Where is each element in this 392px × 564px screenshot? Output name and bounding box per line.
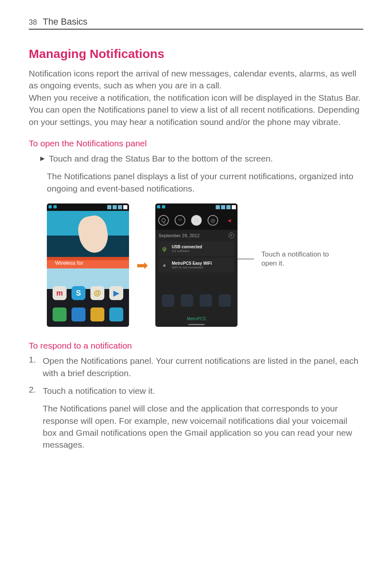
notification-title: MetroPCS Easy WiFi bbox=[172, 261, 212, 266]
arrow-icon: ➡ bbox=[136, 257, 148, 273]
step-text: Touch a notification to view it. bbox=[43, 385, 155, 397]
background-dock bbox=[159, 292, 234, 309]
dock-phone-icon bbox=[53, 307, 67, 321]
clear-all-icon: ✕ bbox=[228, 233, 234, 238]
chapter-title: The Basics bbox=[43, 16, 88, 27]
notification-subtitle: LG software bbox=[172, 249, 202, 253]
page-header: 38 The Basics bbox=[29, 16, 363, 30]
bullet-text: Touch and drag the Status Bar to the bot… bbox=[49, 153, 273, 164]
respond-followup: The Notifications panel will close and t… bbox=[29, 402, 363, 451]
wifi-off-icon: ● bbox=[160, 261, 168, 269]
list-number: 1. bbox=[29, 355, 39, 379]
notification-item: ● MetroPCS Easy WiFi WiFi is not connect… bbox=[159, 258, 234, 273]
wireless-banner: Wireless for bbox=[47, 257, 129, 268]
list-number: 2. bbox=[29, 385, 39, 397]
figure-phone-home: Wireless for m S @ ▶ bbox=[47, 203, 129, 327]
subheading-respond: To respond to a notification bbox=[29, 341, 363, 351]
notification-title: USB connected bbox=[172, 245, 202, 249]
bullet-item: ▶ Touch and drag the Status Bar to the b… bbox=[29, 153, 363, 164]
dock-messaging-icon bbox=[90, 307, 104, 321]
carrier-label: MetroPCS bbox=[155, 317, 238, 321]
app-icon: @ bbox=[90, 286, 104, 300]
callout-line bbox=[238, 259, 254, 259]
dock-row bbox=[50, 305, 126, 324]
step-text: Open the Notifications panel. Your curre… bbox=[43, 355, 363, 379]
app-icon: ▶ bbox=[109, 286, 123, 300]
ordered-list-item: 2. Touch a notification to view it. bbox=[29, 385, 363, 397]
subheading-open-panel: To open the Notifications panel bbox=[29, 139, 363, 148]
app-icon: m bbox=[53, 286, 67, 300]
figure-row: Wireless for m S @ ▶ ➡ Q bbox=[29, 203, 363, 327]
notification-item: ψ USB connected LG software bbox=[159, 241, 234, 256]
dock-contacts-icon bbox=[71, 307, 85, 321]
status-bar bbox=[47, 203, 129, 211]
usb-icon: ψ bbox=[160, 245, 168, 253]
sound-icon: ◄ bbox=[224, 215, 235, 226]
bullet-marker-icon: ▶ bbox=[40, 153, 45, 164]
app-icon: S bbox=[71, 286, 85, 300]
section-title: Managing Notifications bbox=[29, 47, 363, 61]
open-panel-followup: The Notifications panel displays a list … bbox=[29, 170, 363, 194]
notification-date: September 29, 2012 bbox=[159, 233, 200, 238]
wifi-icon: ⌔ bbox=[175, 215, 185, 226]
app-icon-row: m S @ ▶ bbox=[50, 284, 126, 302]
intro-paragraph: Notification icons report the arrival of… bbox=[29, 67, 363, 128]
gps-icon: ◎ bbox=[208, 215, 218, 226]
quick-setting-icon: Q bbox=[158, 215, 169, 226]
notification-subtitle: WiFi is not connected bbox=[172, 266, 212, 269]
page-number: 38 bbox=[29, 18, 37, 27]
ordered-list-item: 1. Open the Notifications panel. Your cu… bbox=[29, 355, 363, 379]
dock-apps-icon bbox=[109, 307, 123, 321]
bluetooth-icon: 0 bbox=[191, 215, 202, 226]
panel-handle-icon bbox=[188, 324, 205, 325]
quick-settings-row: Q ⌔ 0 ◎ ◄ bbox=[155, 211, 238, 230]
status-bar bbox=[155, 203, 238, 211]
notification-date-row: September 29, 2012 ✕ bbox=[159, 231, 234, 240]
figure-phone-notifications: Q ⌔ 0 ◎ ◄ September 29, 2012 ✕ ψ USB con… bbox=[155, 203, 238, 327]
callout-text: Touch a notification to open it. bbox=[261, 250, 344, 268]
